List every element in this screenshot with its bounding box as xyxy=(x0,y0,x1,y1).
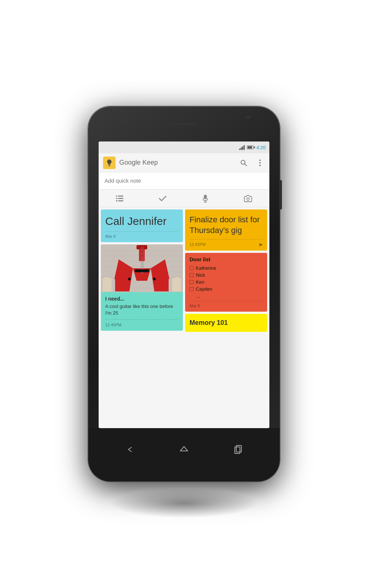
checklist-item-katherine: Katherine xyxy=(190,265,263,271)
svg-rect-44 xyxy=(236,445,241,452)
signal-bar-2 xyxy=(241,147,242,150)
screen-area: 4:20 Google Keep xyxy=(99,141,269,428)
svg-rect-1 xyxy=(108,165,110,166)
svg-rect-0 xyxy=(108,164,111,165)
svg-point-6 xyxy=(259,162,261,164)
note-finalize-footer: 12:42PM ▶ xyxy=(190,242,263,247)
quick-note-input[interactable] xyxy=(105,178,263,184)
note-guitar-wish[interactable]: I need... A cool guitar like this one be… xyxy=(101,244,183,331)
more-options-button[interactable] xyxy=(255,158,265,168)
svg-point-36 xyxy=(141,251,143,252)
note-i-need-subtitle: I need... xyxy=(105,296,178,302)
note-call-jennifer[interactable]: Call Jennifer Mar 8 xyxy=(101,209,183,242)
back-button[interactable] xyxy=(122,441,138,458)
phone-wrapper: 4:20 Google Keep xyxy=(81,92,287,496)
speaker-grille xyxy=(173,123,195,125)
app-logo xyxy=(103,157,116,169)
nav-bar xyxy=(88,428,280,481)
guitar-illustration xyxy=(101,244,183,292)
svg-rect-11 xyxy=(118,198,123,199)
status-time: 4:20 xyxy=(256,145,266,150)
new-voice-button[interactable] xyxy=(197,190,213,207)
app-bar: Google Keep xyxy=(99,153,269,172)
checklist-label-ken: Ken xyxy=(196,279,204,285)
front-camera xyxy=(247,115,250,119)
search-icon xyxy=(240,159,247,166)
note-call-jennifer-date: Mar 8 xyxy=(105,234,178,239)
svg-rect-9 xyxy=(118,196,123,197)
toolbar-row xyxy=(99,190,269,207)
note-finalize-time: 12:42PM xyxy=(190,242,206,247)
quick-note-area[interactable] xyxy=(99,172,269,190)
home-button[interactable] xyxy=(176,441,192,458)
checklist-label-nick: Nick xyxy=(196,272,205,278)
checkbox-cayden[interactable] xyxy=(190,287,194,291)
notes-left-column: Call Jennifer Mar 8 xyxy=(101,209,183,332)
note-finalize[interactable]: Finalize door list for Thursday's gig 12… xyxy=(185,209,267,251)
notes-right-column: Finalize door list for Thursday's gig 12… xyxy=(185,209,267,332)
signal-bar-4 xyxy=(244,145,245,150)
new-list-button[interactable] xyxy=(112,190,128,207)
more-options-icon xyxy=(259,159,261,166)
note-i-need-body: A cool guitar like this one before I'm 2… xyxy=(105,303,178,316)
checklist-label-cayden: Cayden xyxy=(196,286,212,292)
svg-point-37 xyxy=(141,255,143,257)
note-door-list-heading: Door list xyxy=(190,257,263,262)
note-memory[interactable]: Memory 101 xyxy=(185,314,267,332)
checklist-item-ken: Ken xyxy=(190,279,263,285)
mic-icon xyxy=(202,194,208,202)
guitar-image xyxy=(101,244,183,292)
app-bar-actions xyxy=(238,158,265,168)
note-call-jennifer-title: Call Jennifer xyxy=(105,215,178,228)
svg-marker-42 xyxy=(180,447,188,451)
new-photo-button[interactable] xyxy=(240,190,256,207)
svg-rect-13 xyxy=(118,200,123,201)
note-i-need-time: 12:45PM xyxy=(105,323,178,327)
checklist-label-katherine: Katherine xyxy=(196,265,216,271)
svg-point-7 xyxy=(259,165,261,166)
svg-point-38 xyxy=(128,277,131,280)
home-icon xyxy=(179,444,189,455)
svg-rect-43 xyxy=(235,447,240,453)
list-icon xyxy=(116,195,124,202)
phone-body: 4:20 Google Keep xyxy=(88,107,280,481)
recents-button[interactable] xyxy=(230,441,246,458)
svg-rect-2 xyxy=(109,166,110,166)
checklist-ellipsis: ... xyxy=(196,293,263,299)
checklist-item-nick: Nick xyxy=(190,272,263,278)
camera-icon xyxy=(244,195,252,202)
search-button[interactable] xyxy=(238,158,249,168)
svg-point-39 xyxy=(153,277,156,280)
battery-icon xyxy=(247,146,254,149)
svg-rect-12 xyxy=(116,200,117,201)
app-title: Google Keep xyxy=(119,159,238,166)
svg-rect-35 xyxy=(135,269,149,272)
note-finalize-title: Finalize door list for Thursday's gig xyxy=(190,215,263,236)
checklist-item-cayden: Cayden xyxy=(190,286,263,292)
svg-rect-14 xyxy=(204,195,207,199)
svg-rect-10 xyxy=(116,198,117,199)
status-bar: 4:20 xyxy=(99,141,269,153)
signal-bars-icon xyxy=(239,145,245,150)
note-i-need-content: I need... A cool guitar like this one be… xyxy=(101,292,183,331)
note-memory-title: Memory 101 xyxy=(190,319,263,327)
note-door-list-date: Mar 8 xyxy=(190,304,263,308)
svg-rect-8 xyxy=(116,196,117,197)
lightbulb-icon xyxy=(106,159,113,167)
phone-top xyxy=(88,107,280,141)
svg-point-5 xyxy=(259,159,261,161)
phone-shadow xyxy=(110,489,258,518)
recents-icon xyxy=(233,444,243,455)
new-checklist-button[interactable] xyxy=(155,190,171,207)
back-icon xyxy=(125,444,135,455)
notes-grid: Call Jennifer Mar 8 xyxy=(99,207,269,334)
checkbox-nick[interactable] xyxy=(190,273,194,277)
checkbox-katherine[interactable] xyxy=(190,266,194,270)
checkbox-ken[interactable] xyxy=(190,280,194,284)
note-door-list[interactable]: Door list Katherine Nick Ken xyxy=(185,253,267,312)
status-icons: 4:20 xyxy=(239,145,266,150)
svg-line-4 xyxy=(245,164,247,166)
svg-point-17 xyxy=(247,198,250,200)
battery-fill xyxy=(248,146,252,148)
signal-bar-1 xyxy=(239,148,240,150)
